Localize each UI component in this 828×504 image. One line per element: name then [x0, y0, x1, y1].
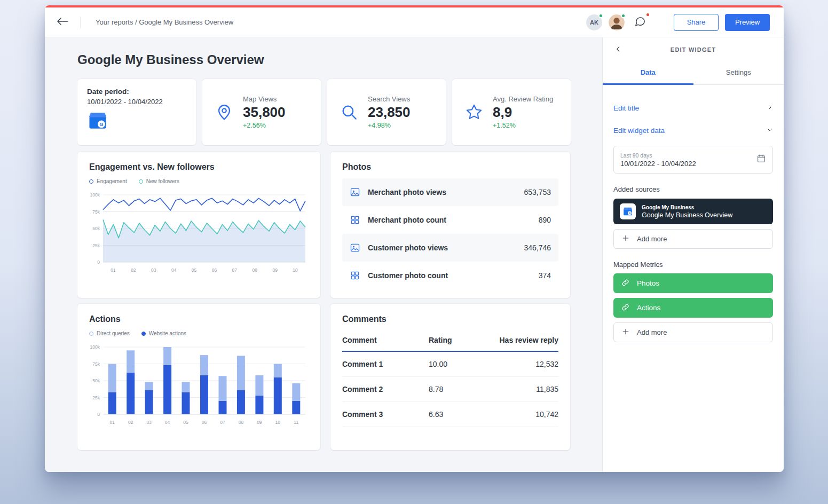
svg-text:100k: 100k [90, 192, 100, 198]
date-period-widget[interactable]: Date period: 10/01/2022 - 10/04/2022 G [77, 79, 196, 145]
chat-button[interactable] [631, 13, 649, 32]
link-icon [621, 279, 629, 288]
kpi-row: Date period: 10/01/2022 - 10/04/2022 G [77, 79, 571, 145]
photos-row: Customer photo views 346,746 [342, 234, 558, 262]
panel-back-button[interactable] [611, 43, 625, 57]
svg-text:11: 11 [294, 420, 298, 425]
grid-icon [350, 215, 360, 225]
legend-item: New followers [139, 178, 179, 184]
back-button[interactable] [45, 7, 80, 37]
stat-label: Search Views [368, 95, 411, 103]
desktop-background: Your reports / Google My Business Overvi… [0, 0, 828, 504]
svg-text:75k: 75k [92, 361, 100, 367]
svg-text:0: 0 [97, 412, 100, 417]
added-sources-label: Added sources [613, 185, 773, 193]
svg-text:03: 03 [151, 267, 156, 273]
tab-settings[interactable]: Settings [693, 62, 784, 84]
photos-row: Merchant photo count 890 [342, 206, 558, 234]
svg-text:25k: 25k [92, 243, 100, 248]
comments-widget[interactable]: Comments Comment Rating Has review reply [330, 304, 570, 450]
date-period-value: 10/01/2022 - 10/04/2022 [87, 98, 186, 106]
panel-title: EDIT WIDGET [671, 46, 716, 53]
date-range-picker[interactable]: Last 90 days 10/01/2022 - 10/04/2022 [613, 146, 773, 174]
online-status-dot [598, 13, 603, 18]
tab-data[interactable]: Data [603, 62, 693, 85]
actions-chart: 025k50k75k100k0102030405060708091011 [89, 341, 309, 431]
add-source-button[interactable]: Add more [613, 229, 773, 249]
legend-marker [89, 179, 93, 184]
widget-title: Photos [342, 162, 558, 172]
topbar-actions: AK Share Preview [586, 13, 770, 32]
stat-delta: +4.98% [368, 122, 411, 129]
svg-text:08: 08 [253, 267, 258, 273]
calendar-icon [756, 154, 766, 166]
svg-text:G: G [99, 122, 103, 127]
widget-title: Comments [342, 314, 558, 324]
source-provider: Google My Business [642, 204, 732, 210]
panel-header: EDIT WIDGET [603, 37, 784, 62]
map-views-widget[interactable]: Map Views 35,800 +2.56% [202, 79, 321, 145]
chart-legend: Engagement New followers [89, 178, 309, 184]
star-icon [465, 103, 483, 121]
column-header: Rating [429, 330, 494, 351]
legend-marker [89, 332, 93, 336]
source-name: Google My Business Overview [642, 211, 732, 219]
avg-review-rating-widget[interactable]: Avg. Review Rating 8,9 +1.52% [452, 79, 571, 145]
comments-row: Comment 3 6.63 10,742 [342, 402, 558, 427]
widget-title: Engagement vs. New followers [89, 162, 309, 172]
actions-widget[interactable]: Actions Direct queries Website actions 0… [77, 304, 320, 450]
stat-value: 23,850 [368, 105, 411, 120]
search-views-widget[interactable]: Search Views 23,850 +4.98% [327, 79, 446, 145]
topbar-divider [80, 17, 81, 28]
svg-text:25k: 25k [92, 395, 100, 400]
stat-delta: +2.56% [243, 122, 286, 129]
google-my-business-logo: G [87, 111, 186, 132]
topbar: Your reports / Google My Business Overvi… [45, 7, 784, 37]
avatar-ak[interactable]: AK [586, 14, 602, 30]
date-period-label: Date period: [87, 88, 186, 96]
photos-widget[interactable]: Photos Merchant photo views 653,753 [330, 152, 570, 298]
svg-text:08: 08 [239, 420, 244, 425]
legend-item: Engagement [89, 178, 127, 184]
stat-value: 35,800 [243, 105, 286, 120]
metric-photos-button[interactable]: Photos [613, 273, 773, 293]
edit-widget-data-row[interactable]: Edit widget data [613, 119, 773, 141]
share-button[interactable]: Share [674, 14, 719, 31]
plus-icon [622, 328, 629, 337]
page-title: Google My Business Overview [77, 52, 571, 67]
svg-text:100k: 100k [90, 344, 100, 350]
plus-icon [622, 234, 629, 243]
avatar-initials: AK [590, 19, 598, 26]
breadcrumb[interactable]: Your reports / Google My Business Overvi… [96, 18, 233, 26]
avatar-user-photo[interactable] [609, 14, 625, 30]
add-metric-button[interactable]: Add more [613, 322, 773, 342]
metric-actions-button[interactable]: Actions [613, 298, 773, 318]
chat-bubble-icon [634, 15, 646, 29]
svg-text:06: 06 [212, 267, 217, 273]
legend-marker [139, 179, 143, 184]
widget-title: Actions [89, 314, 309, 324]
svg-text:02: 02 [128, 420, 133, 425]
stat-label: Avg. Review Rating [493, 95, 553, 103]
svg-text:0: 0 [97, 259, 100, 265]
column-header: Comment [342, 330, 429, 351]
comments-row: Comment 1 10.00 12,532 [342, 351, 558, 377]
svg-text:75k: 75k [92, 209, 100, 215]
svg-text:09: 09 [272, 267, 278, 273]
image-icon [350, 187, 360, 198]
edit-title-row[interactable]: Edit title [613, 97, 773, 119]
svg-text:02: 02 [131, 267, 136, 273]
engagement-widget[interactable]: Engagement vs. New followers Engagement … [77, 152, 320, 298]
photos-row: Merchant photo views 653,753 [342, 178, 558, 206]
mapped-metrics-label: Mapped Metrics [613, 261, 773, 269]
search-icon [340, 103, 358, 121]
image-icon [350, 242, 360, 253]
notification-dot [645, 12, 650, 17]
source-card[interactable]: G Google My Business Google My Business … [613, 199, 773, 224]
chevron-right-icon [767, 103, 773, 113]
preview-button[interactable]: Preview [725, 14, 770, 31]
link-icon [621, 303, 629, 313]
svg-text:04: 04 [165, 420, 170, 425]
map-pin-icon [215, 103, 233, 121]
google-my-business-logo: G [620, 203, 636, 219]
